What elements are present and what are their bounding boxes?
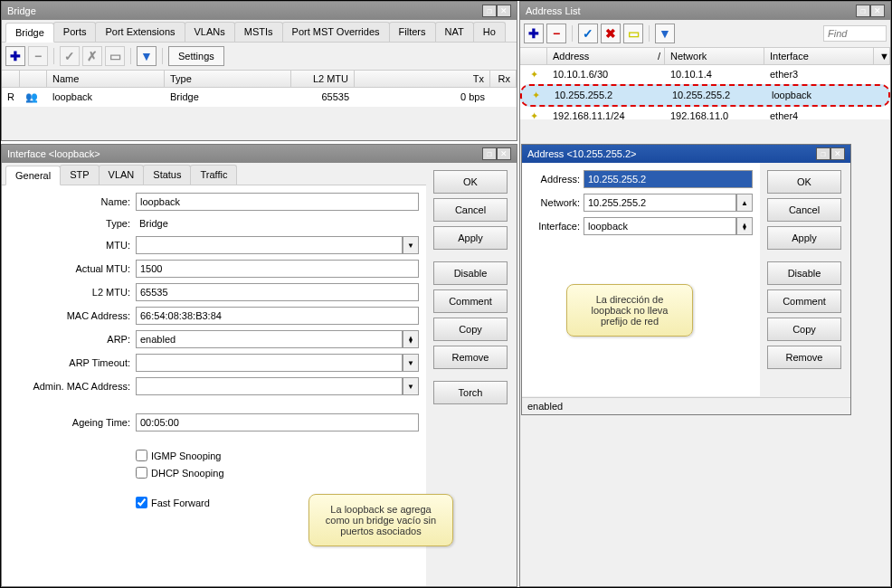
bridge-table-body: R 👥 loopback Bridge 65535 0 bps xyxy=(2,88,517,107)
ageing-field[interactable] xyxy=(136,413,419,432)
close-icon[interactable]: ✕ xyxy=(497,5,511,17)
address-icon: ✦ xyxy=(520,67,547,82)
close-icon[interactable]: ✕ xyxy=(870,5,885,17)
col-type[interactable]: Type xyxy=(165,71,291,87)
bridge-icon: 👥 xyxy=(20,90,47,105)
comment-button[interactable]: Comment xyxy=(767,289,841,313)
tab-ho[interactable]: Ho xyxy=(473,22,506,42)
filter-icon[interactable]: ▼ xyxy=(655,24,675,43)
mtu-field[interactable] xyxy=(136,236,403,254)
interface-form: Name: Type:Bridge MTU:▼ Actual MTU: L2 M… xyxy=(2,185,426,521)
ff-checkbox[interactable] xyxy=(136,497,147,508)
table-row[interactable]: R 👥 loopback Bridge 65535 0 bps xyxy=(2,88,517,107)
address-title: Address <10.255.255.2> xyxy=(527,148,636,159)
tab-vlan[interactable]: VLAN xyxy=(99,165,145,185)
mac-field[interactable] xyxy=(136,307,419,325)
comment-button[interactable]: ▭ xyxy=(105,46,125,66)
ok-button[interactable]: OK xyxy=(433,170,508,194)
tab-bridge[interactable]: Bridge xyxy=(5,23,54,43)
col-l2mtu[interactable]: L2 MTU xyxy=(291,71,355,87)
enable-button[interactable]: ✓ xyxy=(578,24,598,43)
chevron-up-icon[interactable]: ▲ xyxy=(736,194,753,212)
chevron-down-icon[interactable]: ▼ xyxy=(403,377,419,395)
disable-button[interactable]: ✗ xyxy=(82,46,102,66)
add-button[interactable]: ✚ xyxy=(524,24,544,43)
address-list-toolbar: ✚ − ✓ ✖ ▭ ▼ xyxy=(520,20,890,48)
l2mtu-field[interactable] xyxy=(136,283,419,301)
restore-icon[interactable]: ❐ xyxy=(482,5,497,17)
interface-tabs: General STP VLAN Status Traffic xyxy=(2,163,426,185)
tab-stp[interactable]: STP xyxy=(60,165,99,185)
tab-ports[interactable]: Ports xyxy=(53,22,97,42)
tab-port-extensions[interactable]: Port Extensions xyxy=(95,22,185,42)
col-interface[interactable]: Interface xyxy=(764,48,874,64)
col-tx[interactable]: Tx xyxy=(355,71,490,87)
select-arrow-icon[interactable]: ⧫ xyxy=(736,217,753,235)
close-icon[interactable]: ✕ xyxy=(497,147,511,160)
igmp-checkbox[interactable] xyxy=(136,450,147,461)
remove-button[interactable]: Remove xyxy=(433,346,508,369)
tab-mstis[interactable]: MSTIs xyxy=(234,22,283,42)
comment-button[interactable]: Comment xyxy=(433,289,508,313)
settings-button[interactable]: Settings xyxy=(168,46,224,66)
cancel-button[interactable]: Cancel xyxy=(767,198,841,222)
close-icon[interactable]: ✕ xyxy=(830,147,845,160)
address-list-titlebar: Address List ❐ ✕ xyxy=(520,2,890,20)
copy-button[interactable]: Copy xyxy=(767,318,841,341)
chevron-down-icon[interactable]: ▼ xyxy=(403,354,419,372)
col-name[interactable]: Name xyxy=(47,71,165,87)
copy-button[interactable]: Copy xyxy=(433,318,508,341)
restore-icon[interactable]: ❐ xyxy=(816,147,830,160)
select-arrow-icon[interactable]: ⧫ xyxy=(403,330,419,348)
callout-bridge: La loopback se agrega como un bridge vac… xyxy=(308,494,453,546)
table-row[interactable]: ✦ 192.168.11.1/24 192.168.11.0 ether4 xyxy=(520,107,890,126)
col-rx[interactable]: Rx xyxy=(490,71,517,87)
chevron-down-icon[interactable]: ▼ xyxy=(403,236,419,254)
find-input[interactable] xyxy=(823,25,887,42)
tab-port-mst-overrides[interactable]: Port MST Overrides xyxy=(282,22,390,42)
address-icon: ✦ xyxy=(522,88,549,103)
network-field[interactable] xyxy=(584,194,736,212)
menu-arrow-icon[interactable]: ▼ xyxy=(874,48,890,64)
bridge-toolbar: ✚ − ✓ ✗ ▭ ▼ Settings xyxy=(2,43,517,71)
bridge-titlebar: Bridge ❐ ✕ xyxy=(2,2,517,20)
remove-button[interactable]: − xyxy=(28,46,48,66)
actual-mtu-field[interactable] xyxy=(136,260,419,278)
enable-button[interactable]: ✓ xyxy=(60,46,80,66)
tab-status[interactable]: Status xyxy=(143,165,191,185)
tab-vlans[interactable]: VLANs xyxy=(185,22,235,42)
torch-button[interactable]: Torch xyxy=(433,381,508,404)
remove-button[interactable]: Remove xyxy=(767,346,841,369)
admin-mac-field[interactable] xyxy=(136,377,403,395)
interface-field[interactable] xyxy=(584,217,736,235)
cancel-button[interactable]: Cancel xyxy=(433,198,508,222)
name-field[interactable] xyxy=(136,193,419,211)
tab-nat[interactable]: NAT xyxy=(435,22,474,42)
address-list-table-body: ✦ 10.10.1.6/30 10.10.1.4 ether3 ✦ 10.255… xyxy=(520,65,890,119)
tab-filters[interactable]: Filters xyxy=(389,22,436,42)
remove-button[interactable]: − xyxy=(546,24,566,43)
comment-button[interactable]: ▭ xyxy=(623,24,643,43)
add-button[interactable]: ✚ xyxy=(5,46,25,66)
disable-button[interactable]: Disable xyxy=(433,261,508,285)
restore-icon[interactable]: ❐ xyxy=(482,147,497,160)
apply-button[interactable]: Apply xyxy=(433,226,508,250)
disable-button[interactable]: ✖ xyxy=(601,24,621,43)
dhcp-checkbox[interactable] xyxy=(136,467,147,479)
col-network[interactable]: Network xyxy=(665,48,764,64)
address-icon: ✦ xyxy=(520,109,547,124)
disable-button[interactable]: Disable xyxy=(767,261,841,285)
tab-general[interactable]: General xyxy=(5,166,61,185)
col-address[interactable]: Address/ xyxy=(547,48,665,64)
interface-titlebar: Interface <loopback> ❐ ✕ xyxy=(2,145,517,163)
address-field[interactable] xyxy=(584,170,753,188)
apply-button[interactable]: Apply xyxy=(767,226,841,250)
arp-timeout-field[interactable] xyxy=(136,354,403,372)
tab-traffic[interactable]: Traffic xyxy=(190,165,237,185)
restore-icon[interactable]: ❐ xyxy=(856,5,870,17)
table-row[interactable]: ✦ 10.10.1.6/30 10.10.1.4 ether3 xyxy=(520,65,890,84)
table-row[interactable]: ✦ 10.255.255.2 10.255.255.2 loopback xyxy=(520,84,890,107)
filter-icon[interactable]: ▼ xyxy=(137,46,157,66)
ok-button[interactable]: OK xyxy=(767,170,841,194)
arp-field[interactable] xyxy=(136,330,403,348)
